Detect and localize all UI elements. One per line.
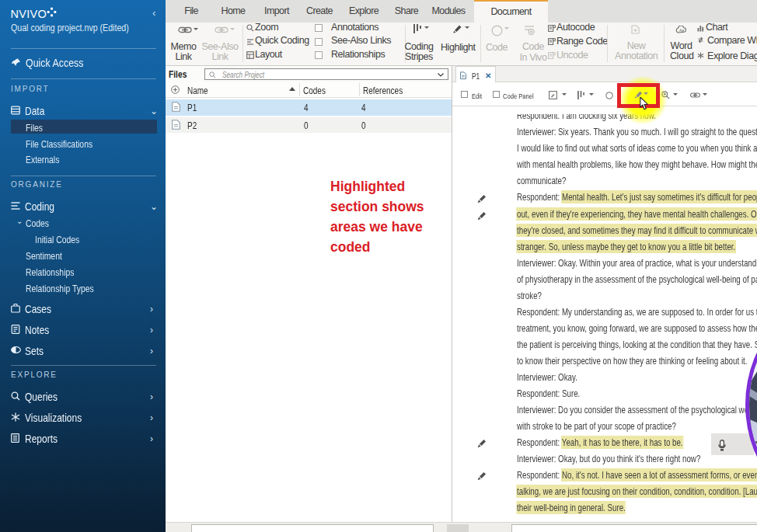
- svg-text:Aa: Aa: [679, 28, 684, 33]
